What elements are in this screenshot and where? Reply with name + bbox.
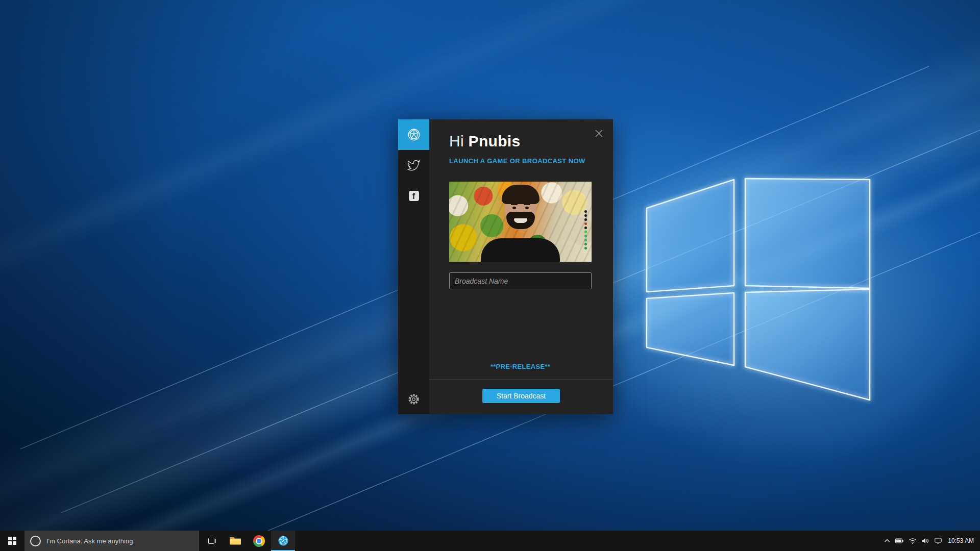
taskbar: 10:53 AM: [0, 531, 980, 551]
audio-level-meter: [584, 210, 587, 249]
start-broadcast-button[interactable]: Start Broadcast: [482, 389, 560, 403]
sidebar-item-facebook[interactable]: f: [398, 181, 429, 211]
display-icon: [935, 538, 942, 544]
close-icon: [595, 130, 603, 137]
display-tray-button[interactable]: [935, 538, 942, 544]
greeting-title: Hi Pnubis: [449, 133, 520, 150]
greeting-prefix: Hi: [449, 133, 464, 149]
gear-icon: [407, 393, 420, 406]
taskbar-clock[interactable]: 10:53 AM: [948, 537, 974, 544]
start-button[interactable]: [0, 531, 24, 551]
twitter-icon: [407, 160, 420, 171]
person-hair: [502, 185, 540, 204]
network-tray-button[interactable]: [909, 538, 917, 544]
task-view-button[interactable]: [199, 531, 223, 551]
broadcast-app-window: f Hi Pnubis LAUNCH A GAME OR: [398, 119, 613, 414]
hidden-icons-chevron[interactable]: [884, 539, 890, 543]
sidebar-item-twitter[interactable]: [398, 150, 429, 181]
cortana-search-input[interactable]: [45, 537, 193, 545]
prerelease-label: **PRE-RELEASE**: [449, 363, 592, 370]
file-explorer-button[interactable]: [223, 531, 247, 551]
cortana-search[interactable]: [24, 531, 199, 551]
sidebar: f: [398, 119, 429, 414]
volume-tray-button[interactable]: [922, 538, 929, 544]
username: Pnubis: [469, 133, 521, 149]
system-tray: 10:53 AM: [881, 531, 980, 551]
windows-logo-icon: [8, 537, 16, 545]
desktop: f Hi Pnubis LAUNCH A GAME OR: [0, 0, 980, 551]
footer-divider: [429, 379, 613, 380]
sidebar-item-settings[interactable]: [398, 384, 429, 414]
chevron-up-icon: [884, 539, 890, 543]
battery-icon: [895, 538, 903, 543]
facebook-icon: f: [409, 191, 419, 201]
webcam-person: [449, 182, 592, 262]
subtitle: LAUNCH A GAME OR BROADCAST NOW: [449, 157, 585, 165]
task-view-icon: [206, 537, 216, 545]
beam-app-icon: [277, 535, 289, 547]
app-main-panel: Hi Pnubis LAUNCH A GAME OR BROADCAST NOW: [429, 119, 613, 414]
broadcast-app-taskbar-button[interactable]: [271, 531, 295, 551]
file-explorer-icon: [229, 536, 241, 545]
sidebar-item-broadcast[interactable]: [398, 119, 429, 150]
person-head: [505, 188, 536, 228]
cortana-icon: [30, 536, 41, 546]
beam-sphere-icon: [407, 128, 421, 142]
battery-tray-button[interactable]: [895, 538, 903, 543]
person-shirt: [481, 238, 560, 262]
chrome-button[interactable]: [247, 531, 271, 551]
webcam-preview: [449, 182, 592, 262]
broadcast-name-input[interactable]: [449, 272, 592, 289]
speaker-icon: [922, 538, 929, 544]
chrome-icon: [253, 535, 265, 547]
person-smile: [514, 218, 527, 223]
close-button[interactable]: [593, 128, 605, 141]
wifi-icon: [909, 538, 917, 544]
facebook-letter: f: [412, 192, 415, 201]
